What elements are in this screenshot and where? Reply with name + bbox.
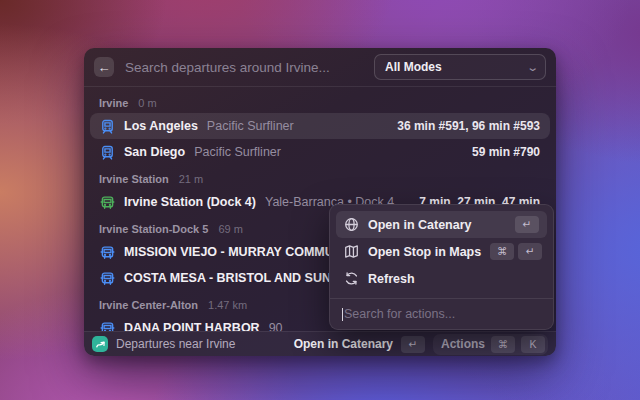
route-number: 90 xyxy=(269,321,283,331)
destination-label: San Diego xyxy=(124,145,185,159)
bus-icon xyxy=(100,271,115,286)
section-title: Irvine xyxy=(99,97,128,109)
cmd-keycap: ⌘ xyxy=(490,243,514,260)
mode-filter-dropdown[interactable]: All Modes ⌄ xyxy=(374,54,546,80)
footer-source-label: Departures near Irvine xyxy=(116,337,235,351)
return-keycap: ↵ xyxy=(518,243,542,260)
footer-bar: Departures near Irvine Open in Catenary … xyxy=(84,331,556,356)
destination-label: Irvine Station (Dock 4) xyxy=(124,195,256,209)
actions-search-placeholder: Search for actions... xyxy=(344,307,455,321)
return-keycap: ↵ xyxy=(515,216,539,233)
section-distance: 21 m xyxy=(179,173,203,185)
section-distance: 0 m xyxy=(138,97,156,109)
section-header: Irvine 0 m xyxy=(84,89,556,113)
list-item[interactable]: Los Angeles Pacific Surfliner 36 min #59… xyxy=(90,113,550,139)
map-icon xyxy=(344,244,359,259)
bus-icon xyxy=(100,195,115,210)
search-header: ← All Modes ⌄ xyxy=(84,48,556,87)
section-distance: 1.47 km xyxy=(208,299,247,311)
bus-icon xyxy=(100,321,115,332)
desktop-background: ← All Modes ⌄ Irvine 0 m xyxy=(0,0,640,400)
return-keycap: ↵ xyxy=(401,336,425,353)
menu-item-label: Refresh xyxy=(368,272,539,286)
section-title: Irvine Station xyxy=(99,173,169,185)
menu-item-label: Open Stop in Maps xyxy=(368,245,481,259)
search-input[interactable] xyxy=(123,59,365,76)
departure-times: 59 min #790 xyxy=(472,145,540,159)
actions-button[interactable]: Actions ⌘ K xyxy=(433,334,548,355)
menu-item-label: Open in Catenary xyxy=(368,218,506,232)
k-keycap: K xyxy=(521,336,545,353)
catenary-logo-icon xyxy=(92,336,108,352)
actions-menu: Open in Catenary ↵ Open Stop in Maps ⌘ xyxy=(329,204,554,330)
section-title: Irvine Station-Dock 5 xyxy=(99,223,208,235)
actions-search-input[interactable]: Search for actions... xyxy=(330,298,553,329)
bus-icon xyxy=(100,245,115,260)
train-icon xyxy=(100,119,115,134)
route-label: Pacific Surfliner xyxy=(207,119,294,133)
cmd-keycap: ⌘ xyxy=(491,336,515,353)
train-icon xyxy=(100,145,115,160)
launcher-window: ← All Modes ⌄ Irvine 0 m xyxy=(84,48,556,356)
menu-item-open-in-catenary[interactable]: Open in Catenary ↵ xyxy=(336,211,547,238)
back-button[interactable]: ← xyxy=(94,57,114,77)
footer-primary-action[interactable]: Open in Catenary xyxy=(294,337,393,351)
section-header: Irvine Station 21 m xyxy=(84,165,556,189)
section-distance: 69 m xyxy=(218,223,242,235)
globe-icon xyxy=(344,217,359,232)
actions-button-label: Actions xyxy=(441,337,485,351)
destination-label: Los Angeles xyxy=(124,119,198,133)
list-item[interactable]: San Diego Pacific Surfliner 59 min #790 xyxy=(90,139,550,165)
route-label: Pacific Surfliner xyxy=(194,145,281,159)
section-title: Irvine Center-Alton xyxy=(99,299,198,311)
departure-times: 36 min #591, 96 min #593 xyxy=(397,119,540,133)
menu-item-open-stop-in-maps[interactable]: Open Stop in Maps ⌘ ↵ xyxy=(336,238,547,265)
refresh-icon xyxy=(344,271,359,286)
chevron-down-icon: ⌄ xyxy=(526,62,539,73)
back-arrow-icon: ← xyxy=(98,61,111,74)
mode-filter-value: All Modes xyxy=(385,60,522,74)
menu-item-refresh[interactable]: Refresh xyxy=(336,265,547,292)
text-caret xyxy=(342,308,343,321)
destination-label: DANA POINT HARBOR xyxy=(124,321,260,331)
